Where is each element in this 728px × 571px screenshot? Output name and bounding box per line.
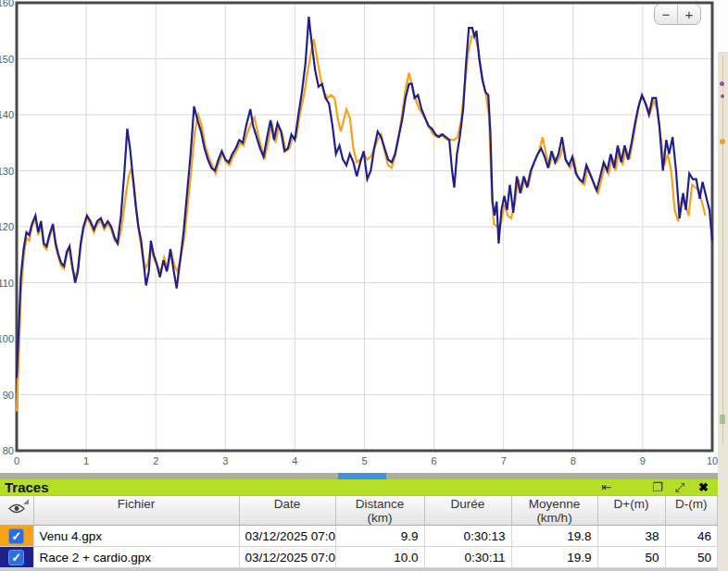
- table-row[interactable]: ✓ Race 2 + cardio.gpx 03/12/2025 07:09 1…: [0, 547, 718, 568]
- cell-moyenne[interactable]: 19.9: [511, 547, 597, 568]
- cell-duree[interactable]: 0:30:13: [424, 526, 511, 547]
- traces-header-bar: Traces ⇤ ❐ ⤢ ✖: [0, 479, 718, 496]
- column-header-dplus[interactable]: D+(m): [597, 496, 665, 526]
- table-row[interactable]: ✓ Venu 4.gpx 03/12/2025 07:09 9.9 0:30:1…: [0, 526, 718, 547]
- svg-text:6: 6: [432, 455, 437, 466]
- zoom-out-button[interactable]: −: [655, 5, 677, 24]
- svg-text:120: 120: [0, 221, 14, 232]
- svg-text:140: 140: [0, 109, 14, 120]
- traces-table: Fichier Date Distance(km) Durée Moyenne(…: [0, 496, 718, 568]
- svg-text:3: 3: [222, 455, 228, 466]
- cell-dminus[interactable]: 50: [665, 547, 718, 568]
- svg-text:10: 10: [707, 455, 718, 466]
- heart-rate-chart[interactable]: 8090100110120130140150160012345678910: [0, 0, 718, 473]
- traces-panel-title: Traces: [5, 479, 49, 496]
- cell-duree[interactable]: 0:30:11: [424, 547, 511, 568]
- cell-distance[interactable]: 9.9: [335, 526, 424, 547]
- chart-zoom-control: − +: [654, 4, 701, 25]
- svg-text:90: 90: [3, 390, 14, 401]
- close-icon[interactable]: ✖: [698, 479, 709, 495]
- expand-icon[interactable]: ⤢: [675, 479, 684, 495]
- svg-text:130: 130: [0, 166, 14, 177]
- map-poi-dot: [720, 139, 725, 144]
- restore-window-icon[interactable]: ❐: [652, 479, 663, 495]
- cell-fichier[interactable]: Race 2 + cardio.gpx: [33, 547, 239, 568]
- cell-fichier[interactable]: Venu 4.gpx: [33, 526, 239, 547]
- svg-text:80: 80: [3, 445, 14, 456]
- svg-text:150: 150: [0, 54, 14, 65]
- svg-text:8: 8: [571, 455, 576, 466]
- map-sliver-top: [718, 0, 728, 53]
- column-header-fichier[interactable]: Fichier: [33, 496, 239, 526]
- map-sliver: [718, 0, 728, 571]
- svg-text:1: 1: [83, 455, 89, 466]
- trace-color-cell: ✓: [0, 547, 33, 568]
- traces-toolbar: ⇤ ❐ ⤢ ✖: [601, 479, 709, 495]
- zoom-in-button[interactable]: +: [678, 5, 700, 24]
- cell-dplus[interactable]: 38: [597, 526, 665, 547]
- map-poi-dot: [721, 94, 724, 98]
- cell-dminus[interactable]: 46: [665, 526, 718, 547]
- column-header-duree[interactable]: Durée: [424, 496, 511, 526]
- eye-icon: [8, 503, 25, 516]
- cell-date[interactable]: 03/12/2025 07:09: [239, 547, 335, 568]
- svg-text:5: 5: [361, 455, 367, 466]
- svg-text:2: 2: [153, 455, 158, 466]
- svg-text:0: 0: [14, 455, 19, 466]
- collapse-left-icon[interactable]: ⇤: [601, 479, 611, 495]
- svg-text:110: 110: [0, 278, 14, 289]
- cell-dplus[interactable]: 50: [597, 547, 665, 568]
- cell-moyenne[interactable]: 19.8: [511, 526, 597, 547]
- column-header-distance[interactable]: Distance(km): [335, 496, 424, 526]
- svg-text:160: 160: [0, 0, 14, 8]
- svg-text:100: 100: [0, 333, 14, 344]
- visibility-checkbox[interactable]: ✓: [8, 528, 24, 544]
- sort-indicator-icon: [23, 499, 29, 504]
- gpx-analysis-panel: 8090100110120130140150160012345678910 − …: [0, 0, 718, 571]
- column-header-date[interactable]: Date: [239, 496, 335, 526]
- map-green-patch: [720, 415, 725, 424]
- map-poi-dot: [720, 81, 724, 86]
- visibility-checkbox[interactable]: ✓: [8, 550, 24, 565]
- column-header-moyenne[interactable]: Moyenne(km/h): [511, 496, 597, 526]
- cell-date[interactable]: 03/12/2025 07:09: [239, 526, 335, 547]
- trace-chart-area[interactable]: 8090100110120130140150160012345678910 − …: [0, 0, 718, 473]
- column-header-dminus[interactable]: D-(m): [665, 496, 718, 526]
- svg-text:4: 4: [292, 455, 297, 466]
- chart-scrollbar[interactable]: [0, 473, 718, 479]
- trace-color-cell: ✓: [0, 526, 33, 547]
- cell-distance[interactable]: 10.0: [335, 547, 424, 568]
- table-header-row: Fichier Date Distance(km) Durée Moyenne(…: [0, 496, 718, 526]
- column-header-visibility[interactable]: [0, 496, 33, 526]
- svg-text:9: 9: [640, 455, 646, 466]
- chart-scrollbar-thumb[interactable]: [338, 473, 386, 479]
- svg-text:7: 7: [501, 455, 507, 466]
- map-contour-line: [722, 56, 723, 444]
